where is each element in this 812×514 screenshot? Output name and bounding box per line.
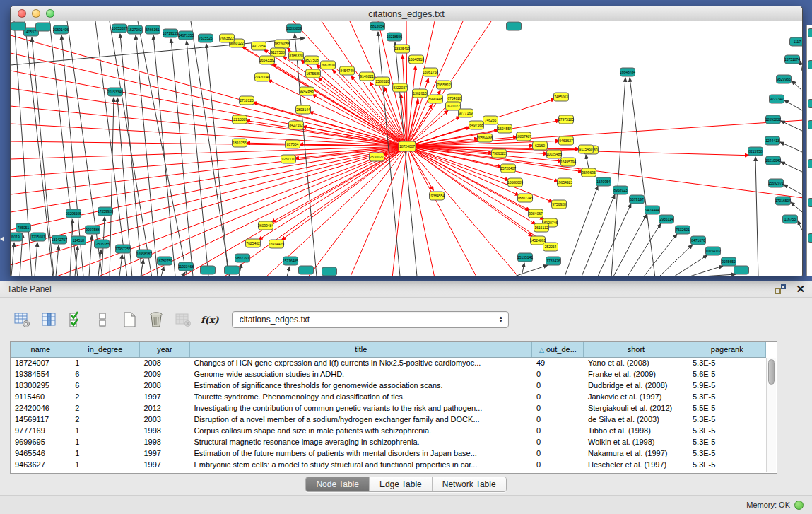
float-panel-icon[interactable]	[775, 284, 786, 294]
cell-title[interactable]: Investigating the contribution of common…	[189, 402, 532, 414]
column-header-year[interactable]: year	[139, 342, 189, 357]
cell-name[interactable]: 18724007	[11, 357, 71, 368]
cell-out_degree[interactable]: 0	[532, 414, 584, 425]
network-node[interactable]: 20206505	[66, 209, 81, 218]
cell-year[interactable]: 1997	[139, 459, 189, 470]
network-node[interactable]: 1733426	[546, 257, 561, 265]
network-node[interactable]: 8186328	[289, 52, 304, 60]
network-node[interactable]: 12213389	[232, 115, 247, 124]
network-node[interactable]: 15720407	[500, 164, 516, 173]
network-node[interactable]	[201, 266, 216, 274]
network-node[interactable]: 2530027	[370, 153, 384, 161]
network-node[interactable]: 817004	[286, 140, 300, 148]
cell-in_degree[interactable]: 1	[71, 448, 139, 459]
cell-in_degree[interactable]: 2	[71, 391, 139, 402]
network-node[interactable]: 8990448	[428, 95, 443, 103]
column-header-out_degree[interactable]: △out_de...	[532, 342, 584, 357]
cell-in_degree[interactable]: 6	[71, 368, 139, 380]
cell-name[interactable]: 19384554	[11, 368, 71, 380]
network-node[interactable]: 9463627	[559, 136, 574, 145]
network-node[interactable]: 10025488	[546, 150, 562, 158]
cell-short[interactable]: de Silva et al. (2003)	[584, 414, 688, 425]
network-node[interactable]: 8813054	[370, 22, 385, 30]
column-header-title[interactable]: title	[189, 342, 532, 357]
cell-short[interactable]: Wolkin et al. (1998)	[584, 436, 688, 448]
tab-edge-table[interactable]: Edge Table	[370, 477, 433, 491]
cell-name[interactable]: 9463627	[11, 459, 71, 470]
network-node[interactable]: 9329966	[777, 75, 792, 83]
cell-pagerank[interactable]: 5.9E-5	[688, 380, 766, 391]
cell-title[interactable]: Genome-wide association studies in ADHD.	[189, 368, 532, 380]
network-node[interactable]: 9756928	[552, 200, 567, 209]
network-node[interactable]: 14671355	[178, 31, 194, 40]
table-row[interactable]: 946554611997Estimation of the future num…	[11, 448, 766, 459]
network-node[interactable]: 746266	[483, 116, 498, 124]
network-node[interactable]: 17016504	[775, 197, 791, 205]
network-node[interactable]: 16210643	[765, 156, 781, 165]
network-node[interactable]: 16914479	[269, 240, 284, 248]
column-header-name[interactable]: name	[11, 342, 71, 357]
network-node[interactable]: 9827508	[305, 56, 319, 64]
cell-title[interactable]: Disruption of a novel member of a sodium…	[189, 414, 532, 425]
network-node[interactable]: 8958923	[613, 186, 628, 194]
network-node[interactable]: 114518	[71, 236, 86, 245]
cell-name[interactable]: 9115460	[11, 391, 71, 402]
network-table-select[interactable]: citations_edges.txt ▲▼	[232, 311, 509, 328]
network-node[interactable]: 785051	[16, 223, 31, 232]
cell-title[interactable]: Tourette syndrome. Phenomenology and cla…	[189, 391, 532, 402]
cell-out_degree[interactable]: 0	[532, 436, 584, 448]
network-node[interactable]: 8454749	[340, 66, 355, 75]
cell-name[interactable]: 9465546	[11, 448, 71, 459]
cell-year[interactable]: 2008	[139, 380, 189, 391]
cell-short[interactable]: Dudbridge et al. (2008)	[584, 380, 688, 391]
network-node[interactable]: 15716485	[283, 257, 298, 265]
network-node[interactable]: 1117	[790, 37, 803, 46]
network-node[interactable]	[11, 22, 26, 30]
table-row[interactable]: 1456911722003Disruption of a novel membe…	[11, 414, 766, 425]
network-node[interactable]: 62160	[533, 141, 548, 150]
network-node[interactable]: 7663822	[220, 34, 235, 42]
cell-title[interactable]: Structural magnetic resonance image aver…	[189, 436, 532, 448]
network-node[interactable]: 19218596	[387, 33, 402, 41]
network-node[interactable]: 16782759	[157, 257, 172, 265]
network-node[interactable]	[322, 267, 337, 276]
new-column-icon[interactable]	[119, 309, 140, 330]
network-node[interactable]: 2718120	[240, 96, 254, 105]
network-node[interactable]: 9127508	[271, 48, 286, 57]
column-header-short[interactable]: short	[584, 342, 688, 357]
network-node[interactable]: 1588520	[375, 77, 390, 86]
network-node[interactable]: 9699695	[582, 168, 596, 177]
table-row[interactable]: 2242004622012Investigating the contribut…	[11, 402, 766, 414]
table-mode-icon[interactable]	[11, 309, 33, 330]
cell-year[interactable]: 2009	[139, 368, 189, 380]
network-node[interactable]: 16543382	[259, 56, 275, 64]
close-panel-icon[interactable]: ✕	[796, 284, 805, 294]
network-node[interactable]: 252254	[543, 243, 558, 251]
select-all-icon[interactable]	[65, 309, 86, 330]
cell-year[interactable]: 2008	[139, 357, 189, 368]
network-node[interactable]: 7632621	[676, 226, 690, 234]
column-header-in_degree[interactable]: in_degree	[71, 342, 139, 357]
table-row[interactable]: 1830029562008Estimation of significance …	[11, 380, 766, 391]
cell-in_degree[interactable]: 2	[71, 402, 139, 414]
network-node[interactable]: 6466161	[146, 25, 160, 34]
network-node[interactable]: 17957255	[115, 245, 131, 253]
network-node[interactable]: 19384554	[429, 192, 445, 200]
network-node[interactable]	[734, 266, 749, 274]
network-node[interactable]: 12505185	[94, 240, 110, 248]
network-node[interactable]	[36, 23, 51, 31]
cell-year[interactable]: 1998	[139, 425, 189, 436]
network-node[interactable]: 39119	[11, 233, 23, 241]
cell-pagerank[interactable]: 5.3E-5	[688, 357, 766, 368]
network-node[interactable]	[507, 22, 522, 30]
table-row[interactable]: 969969511998Structural magnetic resonanc…	[11, 436, 766, 448]
window-titlebar[interactable]: citations_edges.txt	[11, 6, 802, 21]
cell-in_degree[interactable]: 1	[71, 425, 139, 436]
cell-title[interactable]: Changes of HCN gene expression and I(f) …	[189, 357, 532, 368]
network-node[interactable]: 26099484	[258, 221, 273, 230]
cell-short[interactable]: Yano et al. (2008)	[584, 357, 688, 368]
network-node[interactable]: 7986322	[492, 149, 507, 158]
network-node[interactable]: 1362615	[413, 89, 428, 98]
cell-title[interactable]: Corpus callosum shape and size in male p…	[189, 425, 532, 436]
network-node[interactable]: 8215958	[748, 147, 763, 156]
